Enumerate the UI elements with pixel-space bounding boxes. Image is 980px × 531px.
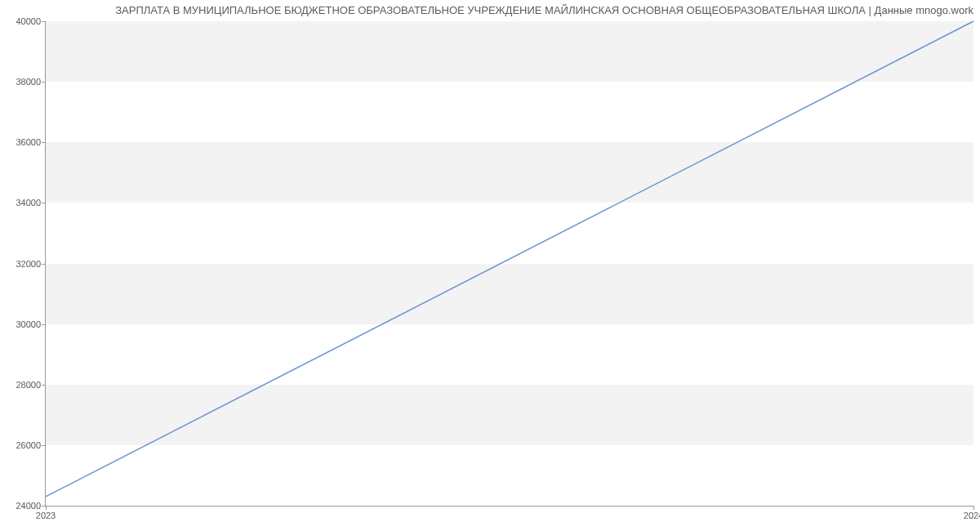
x-tick-mark — [46, 506, 47, 510]
plot-area: 2400026000280003000032000340003600038000… — [45, 21, 973, 506]
y-tick-label: 30000 — [16, 319, 41, 329]
y-tick-label: 28000 — [16, 380, 41, 390]
y-tick-mark — [42, 324, 46, 325]
y-tick-mark — [42, 21, 46, 22]
x-tick-label: 2023 — [36, 511, 56, 520]
y-tick-mark — [42, 82, 46, 83]
y-tick-mark — [42, 385, 46, 386]
y-tick-label: 24000 — [16, 501, 41, 511]
x-tick-label: 2024 — [964, 511, 980, 520]
x-tick-mark — [973, 506, 974, 510]
y-tick-label: 34000 — [16, 198, 41, 207]
y-tick-label: 38000 — [16, 77, 41, 87]
chart-title: ЗАРПЛАТА В МУНИЦИПАЛЬНОЕ БЮДЖЕТНОЕ ОБРАЗ… — [0, 4, 973, 16]
y-tick-mark — [42, 142, 46, 143]
series-line — [46, 21, 973, 497]
y-tick-mark — [42, 445, 46, 446]
y-tick-mark — [42, 203, 46, 203]
y-tick-label: 32000 — [16, 259, 41, 269]
y-tick-label: 36000 — [16, 137, 41, 147]
line-layer — [46, 21, 973, 506]
y-tick-mark — [42, 264, 46, 265]
y-tick-label: 26000 — [16, 440, 41, 450]
y-tick-label: 40000 — [16, 16, 41, 26]
